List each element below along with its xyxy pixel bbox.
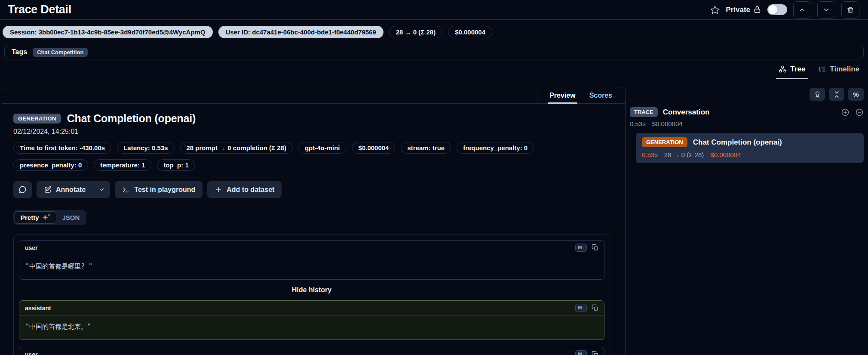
metrics-percent-button[interactable]: % xyxy=(848,88,864,101)
message-assistant: assistant M↓ "中国的首都是北京。" xyxy=(19,300,604,340)
sparkles-icon: ✦✦ xyxy=(43,214,51,221)
markdown-toggle-icon[interactable]: M↓ xyxy=(575,350,587,355)
annotate-split-button: Annotate xyxy=(37,181,110,198)
main-content: Preview Scores GENERATION Chat Completio… xyxy=(0,79,868,355)
toggle-knob xyxy=(768,5,777,14)
generation-tree-node[interactable]: GENERATION Chat Completion (openai) 0.53… xyxy=(636,133,864,163)
pill-token-usage: 28 prompt → 0 completion (Σ 28) xyxy=(180,142,293,154)
tab-preview[interactable]: Preview xyxy=(549,87,575,103)
message-role: user xyxy=(25,244,38,251)
trace-detail-page: Trace Detail Private xyxy=(0,0,868,355)
collapse-all-button[interactable] xyxy=(829,88,844,101)
star-icon xyxy=(710,5,720,15)
trace-stats: 0.53s $0.000004 xyxy=(630,120,864,127)
terminal-icon xyxy=(122,186,130,194)
add-to-dataset-button[interactable]: Add to dataset xyxy=(207,181,282,198)
plus-icon xyxy=(215,186,222,194)
expand-node-button[interactable] xyxy=(841,108,850,117)
tags-label: Tags xyxy=(12,48,27,56)
message-user-2: user M↓ "谢谢" xyxy=(19,347,604,355)
tab-scores[interactable]: Scores xyxy=(589,87,612,103)
user-id-badge[interactable]: User ID: dc47a41e-06bc-400d-bde1-f0e440d… xyxy=(218,26,383,38)
pill-cost: $0.000004 xyxy=(352,142,396,154)
pill-latency: Latency: 0.53s xyxy=(117,142,174,154)
copy-icon[interactable] xyxy=(592,304,599,312)
trash-icon xyxy=(847,6,854,14)
lock-icon xyxy=(753,6,761,14)
trace-title: Conversation xyxy=(663,108,710,117)
node-tokens: 28 → 0 (Σ 28) xyxy=(664,151,704,158)
view-tabs: Tree Timeline xyxy=(0,59,868,79)
pill-time-to-first-token: Time to first token: -430.00s xyxy=(13,142,111,154)
page-title: Trace Detail xyxy=(8,3,71,16)
scores-toggle-button[interactable] xyxy=(810,88,825,101)
annotate-label: Annotate xyxy=(56,186,86,194)
top-bar: Trace Detail Private xyxy=(0,0,868,20)
percent-icon: % xyxy=(853,91,859,98)
trace-tree-panel: % TRACE Conversation xyxy=(629,87,864,163)
annotate-button[interactable]: Annotate xyxy=(37,181,93,198)
delete-trace-button[interactable] xyxy=(841,1,859,19)
message-content: "中国的首都是哪里? " xyxy=(19,255,604,279)
trace-type-badge: TRACE xyxy=(630,107,658,117)
tree-children: GENERATION Chat Completion (openai) 0.53… xyxy=(633,133,864,163)
next-trace-button[interactable] xyxy=(817,1,835,19)
privacy-label: Private xyxy=(726,6,750,14)
annotate-dropdown-button[interactable] xyxy=(93,181,110,198)
message-role: user xyxy=(25,351,38,355)
tab-timeline-label: Timeline xyxy=(830,65,859,74)
message-header: assistant M↓ xyxy=(19,301,604,315)
copy-icon[interactable] xyxy=(592,244,599,251)
previous-trace-button[interactable] xyxy=(793,1,811,19)
token-usage-badge: 28 → 0 (Σ 28) xyxy=(389,26,442,38)
message-header: user M↓ xyxy=(19,347,604,355)
bookmark-star-button[interactable] xyxy=(710,5,720,15)
meta-badges-row: Session: 3bb00ec7-1b13-4c9b-85ee-3d9d70f… xyxy=(0,20,868,44)
test-in-playground-button[interactable]: Test in playground xyxy=(115,181,202,198)
chevron-down-icon xyxy=(98,186,105,193)
award-icon xyxy=(814,91,821,98)
pill-stream: stream: true xyxy=(401,142,451,154)
messages-container: user M↓ "中国的首都是哪里? " Hide history xyxy=(13,235,610,355)
privacy-toggle[interactable] xyxy=(767,4,787,15)
pretty-label: Pretty xyxy=(21,214,39,221)
observation-header: GENERATION Chat Completion (openai) xyxy=(13,112,614,125)
observation-timestamp: 02/12/2024, 14:25:01 xyxy=(13,128,614,136)
tab-tree[interactable]: Tree xyxy=(779,59,805,79)
node-cost: $0.000004 xyxy=(710,151,741,158)
message-role: assistant xyxy=(25,305,51,312)
node-latency: 0.53s xyxy=(642,151,658,158)
timeline-list-icon xyxy=(818,65,826,73)
hide-history-button[interactable]: Hide history xyxy=(19,286,604,294)
message-header: user M↓ xyxy=(19,241,604,255)
markdown-toggle-icon[interactable]: M↓ xyxy=(575,244,587,252)
copy-icon[interactable] xyxy=(592,351,599,355)
chevrons-collapse-icon xyxy=(833,91,840,98)
pill-temperature: temperature: 1 xyxy=(94,159,151,171)
format-toggle: Pretty ✦✦ JSON xyxy=(13,210,86,225)
chevron-down-icon xyxy=(822,6,830,14)
format-pretty-segment[interactable]: Pretty ✦✦ xyxy=(15,211,56,224)
tab-tree-label: Tree xyxy=(790,65,805,74)
cost-badge: $0.000004 xyxy=(448,26,492,38)
tag-chat-competition[interactable]: Chat Competition xyxy=(33,48,88,57)
observation-title: Chat Completion (openai) xyxy=(67,112,196,125)
collapse-node-button[interactable] xyxy=(855,108,864,117)
pill-model: gpt-4o-mini xyxy=(298,142,347,154)
tab-timeline[interactable]: Timeline xyxy=(818,59,859,79)
session-badge[interactable]: Session: 3bb00ec7-1b13-4c9b-85ee-3d9d70f… xyxy=(3,26,213,38)
observation-card: Preview Scores GENERATION Chat Completio… xyxy=(2,87,626,355)
markdown-toggle-icon[interactable]: M↓ xyxy=(575,304,587,312)
pill-frequency-penalty: frequency_penalty: 0 xyxy=(457,142,534,154)
format-json-segment[interactable]: JSON xyxy=(56,212,85,223)
tags-section: Tags Chat Competition xyxy=(4,45,864,59)
comment-button[interactable] xyxy=(13,181,32,198)
privacy-label-group: Private xyxy=(726,6,761,14)
action-buttons-row: Annotate Test in playgroun xyxy=(13,181,614,198)
format-toggle-row: Pretty ✦✦ JSON xyxy=(13,210,614,225)
dataset-label: Add to dataset xyxy=(227,186,274,194)
tree-panel-actions: % xyxy=(630,88,864,101)
edit-pencil-icon xyxy=(44,186,52,194)
chevron-up-icon xyxy=(798,6,806,14)
trace-root-row[interactable]: TRACE Conversation xyxy=(630,107,864,117)
